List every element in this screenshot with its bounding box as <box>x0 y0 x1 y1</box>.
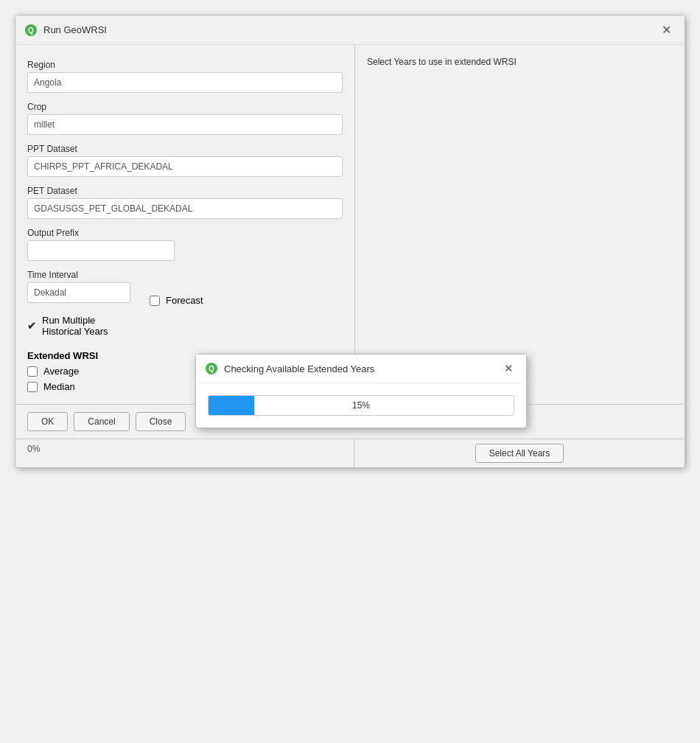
progress-dialog: Q Checking Available Extended Years ✕ 15… <box>195 354 527 428</box>
main-content: Region Crop PPT Dataset PET Dataset Outp <box>15 45 685 404</box>
ppt-label: PPT Dataset <box>27 144 343 154</box>
pet-input[interactable] <box>27 198 343 219</box>
time-interval-group: Time Interval <box>27 270 130 303</box>
run-multiple-label: Run MultipleHistorical Years <box>42 315 108 337</box>
run-multiple-checkmark: ✔ <box>27 320 36 332</box>
progress-bar-text: 15% <box>209 400 514 411</box>
select-all-years-button[interactable]: Select All Years <box>475 444 564 463</box>
ok-button[interactable]: OK <box>27 412 68 431</box>
ppt-group: PPT Dataset <box>27 144 343 177</box>
svg-text:Q: Q <box>28 27 34 35</box>
right-panel-title: Select Years to use in extended WRSI <box>367 57 673 67</box>
region-label: Region <box>27 60 343 70</box>
progress-dialog-title: Checking Available Extended Years <box>224 363 374 374</box>
output-prefix-input[interactable] <box>27 240 175 261</box>
progress-title-bar: Q Checking Available Extended Years ✕ <box>196 355 526 383</box>
title-bar: Q Run GeoWRSI ✕ <box>15 15 685 45</box>
region-input[interactable] <box>27 72 343 93</box>
close-button[interactable]: Close <box>136 412 186 431</box>
ppt-input[interactable] <box>27 156 343 177</box>
progress-dialog-icon: Q <box>205 362 218 375</box>
median-label: Median <box>43 381 75 392</box>
footer-bottom: 0% Select All Years <box>15 439 685 467</box>
footer-bottom-right: Select All Years <box>354 439 685 467</box>
region-group: Region <box>27 60 343 93</box>
pet-group: PET Dataset <box>27 186 343 219</box>
left-panel: Region Crop PPT Dataset PET Dataset Outp <box>15 45 354 404</box>
output-prefix-group: Output Prefix <box>27 228 343 261</box>
forecast-row: Forecast <box>150 295 203 306</box>
app-icon: Q <box>24 24 38 37</box>
crop-label: Crop <box>27 102 343 112</box>
time-interval-row: Time Interval Forecast <box>27 270 343 306</box>
forecast-checkbox[interactable] <box>150 296 160 306</box>
time-interval-label: Time Interval <box>27 270 130 280</box>
time-interval-input[interactable] <box>27 282 130 303</box>
right-panel: Select Years to use in extended WRSI <box>354 45 685 404</box>
pet-label: PET Dataset <box>27 186 343 196</box>
average-checkbox[interactable] <box>27 366 38 377</box>
window-title: Run GeoWRSI <box>43 24 107 35</box>
median-checkbox[interactable] <box>27 382 38 392</box>
output-prefix-label: Output Prefix <box>27 228 343 238</box>
progress-bar-container: 15% <box>208 395 514 416</box>
forecast-section: Forecast <box>150 290 203 306</box>
progress-content: 15% <box>196 383 526 428</box>
progress-percent-left: 0% <box>15 439 354 467</box>
cancel-button[interactable]: Cancel <box>74 412 129 431</box>
run-multiple-row: ✔ Run MultipleHistorical Years <box>27 315 343 337</box>
progress-dialog-close-button[interactable]: ✕ <box>500 360 517 377</box>
window-close-button[interactable]: ✕ <box>657 21 676 38</box>
svg-text:Q: Q <box>209 365 214 373</box>
crop-input[interactable] <box>27 114 343 135</box>
forecast-label: Forecast <box>166 295 203 306</box>
average-label: Average <box>43 366 79 377</box>
crop-group: Crop <box>27 102 343 135</box>
